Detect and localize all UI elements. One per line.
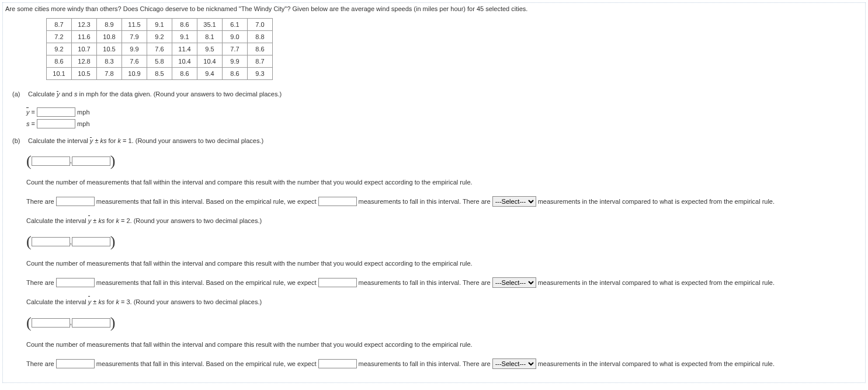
data-cell: 35.1 [197,19,223,31]
interval-k2-low[interactable] [32,237,70,246]
question-intro: Are some cities more windy than others? … [5,5,863,12]
data-cell: 5.8 [147,55,172,68]
count-answer-k1: There are measurements that fall in this… [26,196,863,208]
data-cell: 9.5 [197,43,223,55]
data-cell: 7.0 [248,19,273,31]
data-cell: 8.7 [47,19,72,31]
interval-k2-high[interactable] [72,237,110,246]
s-equation: s = mph [26,119,863,130]
part-b-k3-text: Calculate the interval y ± ks for k = 3.… [26,296,863,308]
part-a-label: (a) [12,90,26,98]
data-table: 8.712.38.911.59.18.635.16.17.07.211.610.… [46,18,273,80]
count-expected-k3[interactable] [318,359,357,368]
ybar-input[interactable] [37,107,75,117]
data-cell: 8.6 [172,68,197,80]
interval-k3-high[interactable] [72,318,110,328]
count-answer-k2: There are measurements that fall in this… [26,277,863,289]
data-cell: 10.8 [97,31,122,43]
data-cell: 7.6 [147,43,172,55]
data-cell: 7.7 [223,43,248,55]
data-cell: 6.1 [223,19,248,31]
data-cell: 9.9 [223,55,248,68]
data-cell: 8.7 [248,55,273,68]
data-cell: 7.6 [122,55,147,68]
data-cell: 10.9 [122,68,147,80]
data-cell: 9.2 [147,31,172,43]
data-cell: 11.5 [122,19,147,31]
data-cell: 11.6 [72,31,97,43]
s-input[interactable] [37,119,75,128]
data-cell: 12.3 [72,19,97,31]
count-actual-k3[interactable] [56,359,95,368]
data-cell: 7.9 [122,31,147,43]
part-b-k1-text: Calculate the interval y ± ks for k = 1.… [28,137,861,144]
data-cell: 9.3 [248,68,273,80]
interval-k2: ( , ) [26,234,115,249]
compare-select-k1[interactable]: ---Select--- [492,196,536,207]
interval-k1-low[interactable] [32,156,70,166]
count-expected-k1[interactable] [318,197,357,206]
interval-k3: ( , ) [26,315,115,330]
compare-select-k3[interactable]: ---Select--- [492,358,536,369]
data-cell: 7.2 [47,31,72,43]
interval-k3-low[interactable] [32,318,70,328]
part-b-k2-text: Calculate the interval y ± ks for k = 2.… [26,215,863,227]
count-actual-k2[interactable] [56,278,95,287]
data-cell: 8.6 [172,19,197,31]
data-cell: 11.4 [172,43,197,55]
ybar-equation: y = mph [26,107,863,119]
data-cell: 8.6 [223,68,248,80]
part-b-label: (b) [12,137,26,144]
data-cell: 10.5 [72,68,97,80]
count-instr-k3: Count the number of measurements that fa… [26,339,863,351]
count-instr-k1: Count the number of measurements that fa… [26,176,863,189]
data-cell: 8.6 [248,43,273,55]
compare-select-k2[interactable]: ---Select--- [492,277,536,288]
data-cell: 9.4 [197,68,223,80]
count-answer-k3: There are measurements that fall in this… [26,358,863,370]
interval-k1-high[interactable] [72,156,110,166]
count-actual-k1[interactable] [56,197,95,206]
data-cell: 10.4 [197,55,223,68]
data-cell: 9.1 [147,19,172,31]
data-cell: 8.8 [248,31,273,43]
data-cell: 9.9 [122,43,147,55]
data-cell: 9.0 [223,31,248,43]
data-cell: 9.1 [172,31,197,43]
data-cell: 10.7 [72,43,97,55]
data-cell: 10.4 [172,55,197,68]
data-cell: 9.2 [47,43,72,55]
count-expected-k2[interactable] [318,278,357,287]
data-cell: 12.8 [72,55,97,68]
part-a-text: Calculate y and s in mph for the data gi… [28,90,861,98]
interval-k1: ( , ) [26,154,115,169]
data-cell: 7.8 [97,68,122,80]
count-instr-k2: Count the number of measurements that fa… [26,257,863,270]
data-cell: 8.9 [97,19,122,31]
data-cell: 8.5 [147,68,172,80]
data-cell: 8.1 [197,31,223,43]
data-cell: 10.5 [97,43,122,55]
data-cell: 10.1 [47,68,72,80]
data-cell: 8.3 [97,55,122,68]
data-cell: 8.6 [47,55,72,68]
